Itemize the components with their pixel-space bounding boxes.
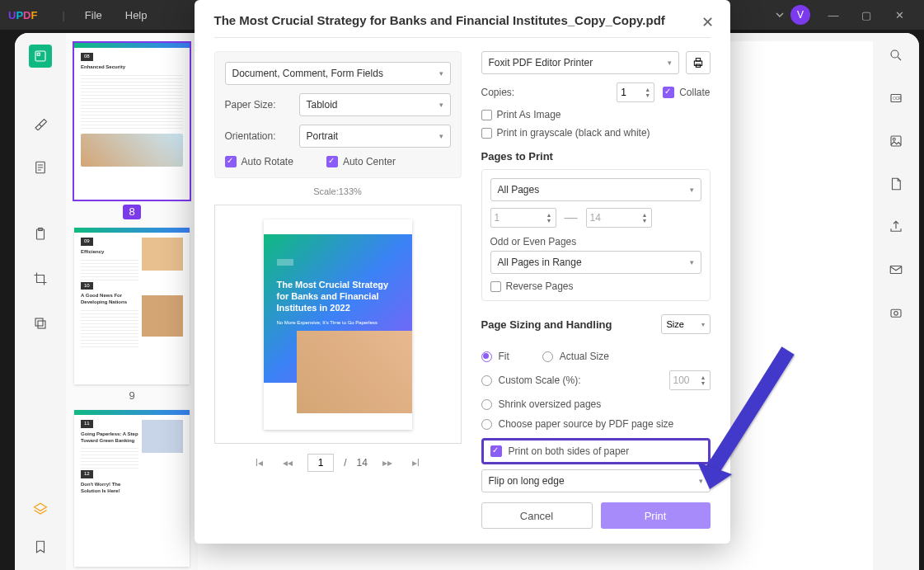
choose-source-radio[interactable]: Choose paper source by PDF page size xyxy=(481,418,711,430)
odd-even-select[interactable]: All Pages in Range xyxy=(490,251,701,274)
orientation-select[interactable]: Portrait xyxy=(299,125,451,148)
pager-first-icon[interactable]: I◂ xyxy=(251,455,268,470)
dialog-close-icon[interactable]: ✕ xyxy=(701,13,714,31)
print-what-select[interactable]: Document, Comment, Form Fields xyxy=(225,62,451,85)
collate-checkbox[interactable]: Collate xyxy=(663,87,710,98)
shrink-radio[interactable]: Shrink oversized pages xyxy=(481,398,711,410)
copies-spinner[interactable]: 1▲▼ xyxy=(617,82,654,102)
svg-rect-15 xyxy=(694,61,701,65)
print-grayscale-checkbox[interactable]: Print in grayscale (black and white) xyxy=(481,127,711,139)
range-to-spinner[interactable]: 14▲▼ xyxy=(586,208,652,228)
pager-current-input[interactable] xyxy=(307,454,334,472)
pager-total: 14 xyxy=(356,457,367,469)
custom-scale-spinner[interactable]: 100▲▼ xyxy=(669,370,711,390)
scale-text: Scale:133% xyxy=(214,186,462,196)
paper-size-label: Paper Size: xyxy=(225,99,299,111)
print-dialog: The Most Crucial Strategy for Banks and … xyxy=(195,0,730,544)
pager-last-icon[interactable]: ▸I xyxy=(407,455,424,470)
pages-to-print-title: Pages to Print xyxy=(481,150,711,163)
cancel-button[interactable]: Cancel xyxy=(481,502,593,529)
paper-size-select[interactable]: Tabloid xyxy=(299,93,451,116)
printer-properties-icon[interactable] xyxy=(686,51,711,74)
printer-select[interactable]: Foxit PDF Editor Printer xyxy=(481,51,679,74)
both-sides-checkbox[interactable]: Print on both sides of paper xyxy=(481,438,711,464)
auto-center-checkbox[interactable]: Auto Center xyxy=(326,156,396,167)
size-select[interactable]: Size xyxy=(661,314,711,334)
actual-size-radio[interactable]: Actual Size xyxy=(542,351,609,362)
print-button[interactable]: Print xyxy=(601,502,711,529)
copies-label: Copies: xyxy=(481,87,609,98)
pager-next-icon[interactable]: ▸▸ xyxy=(378,455,397,470)
auto-rotate-checkbox[interactable]: Auto Rotate xyxy=(225,156,293,167)
print-preview: The Most Crucial Strategy for Banks and … xyxy=(214,205,462,444)
odd-even-label: Odd or Even Pages xyxy=(490,236,701,247)
custom-scale-radio[interactable]: Custom Scale (%): 100▲▼ xyxy=(481,370,711,390)
svg-rect-16 xyxy=(696,59,700,61)
pager-prev-icon[interactable]: ◂◂ xyxy=(278,455,298,470)
pages-range-select[interactable]: All Pages xyxy=(490,178,701,201)
dialog-backdrop: The Most Crucial Strategy for Banks and … xyxy=(0,0,924,570)
orientation-label: Orientation: xyxy=(225,130,299,142)
page-sizing-title: Page Sizing and Handling xyxy=(481,318,612,331)
range-from-spinner[interactable]: 1▲▼ xyxy=(490,208,556,228)
reverse-pages-checkbox[interactable]: Reverse Pages xyxy=(490,280,701,292)
fit-radio[interactable]: Fit xyxy=(481,351,509,362)
flip-edge-select[interactable]: Flip on long edge xyxy=(481,469,711,492)
dialog-title: The Most Crucial Strategy for Banks and … xyxy=(214,13,711,38)
pager: I◂ ◂◂ / 14 ▸▸ ▸I xyxy=(214,454,462,472)
print-as-image-checkbox[interactable]: Print As Image xyxy=(481,109,711,120)
